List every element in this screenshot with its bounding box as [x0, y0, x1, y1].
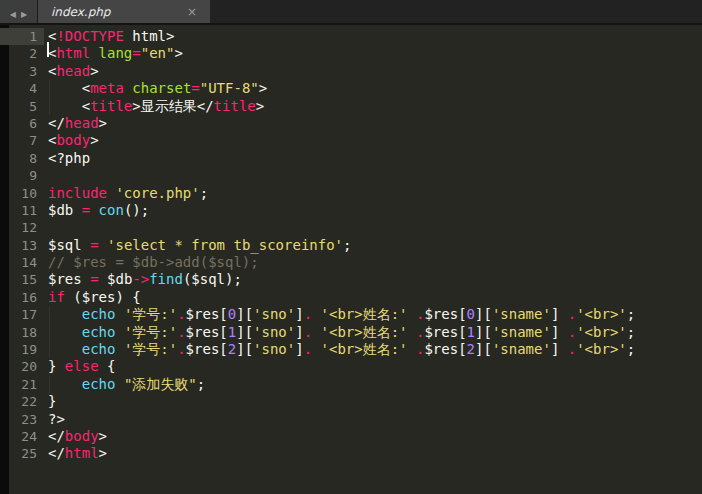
- code-token: lang: [90, 45, 132, 61]
- code-line[interactable]: 24</body>: [0, 428, 702, 445]
- code-token: .: [177, 324, 185, 340]
- code-line[interactable]: 9: [0, 167, 702, 184]
- code-token: title: [214, 98, 256, 114]
- code-token: ;: [197, 376, 205, 392]
- code-token: "en": [141, 45, 175, 61]
- code-token: [408, 341, 416, 357]
- code-line-text: <!DOCTYPE html>: [48, 28, 174, 45]
- code-line[interactable]: 4 <meta charset="UTF-8">: [0, 80, 702, 97]
- line-number: 16: [0, 289, 44, 306]
- code-line-text: }: [48, 393, 56, 410]
- code-token: >: [256, 98, 264, 114]
- code-line-text: $res = $db->find($sql);: [48, 271, 242, 288]
- code-token: ->: [132, 271, 149, 287]
- code-line[interactable]: 3<head>: [0, 63, 702, 80]
- code-line[interactable]: 16if ($res) {: [0, 289, 702, 306]
- code-line[interactable]: 19 echo '学号:'.$res[2]['sno']. '<br>姓名:' …: [0, 341, 702, 358]
- code-line[interactable]: 10include 'core.php';: [0, 185, 702, 202]
- code-token: $res[: [424, 306, 466, 322]
- code-token: [312, 341, 320, 357]
- code-line[interactable]: 15$res = $db->find($sql);: [0, 271, 702, 288]
- code-token: ]: [295, 324, 303, 340]
- back-arrow-icon: ◀: [10, 10, 16, 19]
- code-token: // $res = $db->add($sql);: [48, 254, 259, 270]
- code-token: ($res) {: [65, 289, 141, 305]
- line-number: 15: [0, 271, 44, 288]
- code-token: echo: [82, 341, 116, 357]
- code-token: else: [65, 358, 99, 374]
- code-line[interactable]: 8<?php: [0, 150, 702, 167]
- code-token: html>: [124, 28, 175, 44]
- code-line[interactable]: 2<html lang="en">: [0, 45, 702, 62]
- code-token: [48, 324, 82, 340]
- code-token: $res[: [186, 341, 228, 357]
- code-line-text: echo '学号:'.$res[2]['sno']. '<br>姓名:' .$r…: [48, 341, 635, 358]
- code-token: >: [99, 115, 107, 131]
- code-line[interactable]: 1<!DOCTYPE html>: [0, 28, 702, 45]
- code-token: $sql: [48, 237, 90, 253]
- code-line[interactable]: 6</head>: [0, 115, 702, 132]
- code-line[interactable]: 23?>: [0, 411, 702, 428]
- code-token: title: [90, 98, 132, 114]
- code-line[interactable]: 20} else {: [0, 358, 702, 375]
- line-number: 14: [0, 254, 44, 271]
- code-line[interactable]: 25</html>: [0, 445, 702, 462]
- code-line[interactable]: 21 echo "添加失败";: [0, 376, 702, 393]
- tab-close-icon[interactable]: ×: [187, 6, 197, 18]
- code-line[interactable]: 18 echo '学号:'.$res[1]['sno']. '<br>姓名:' …: [0, 324, 702, 341]
- code-token: ;: [343, 237, 351, 253]
- editor-window: ◀ ▶ index.php × 1<!DOCTYPE html>2<html l…: [0, 0, 702, 494]
- code-token: >显示结果</: [132, 98, 213, 114]
- code-token: [408, 324, 416, 340]
- code-line[interactable]: 12: [0, 219, 702, 236]
- code-token: 2: [228, 341, 236, 357]
- code-line[interactable]: 7<body>: [0, 132, 702, 149]
- code-token: ;: [627, 324, 635, 340]
- code-area[interactable]: 1<!DOCTYPE html>2<html lang="en">3<head>…: [0, 25, 702, 463]
- code-token: [99, 237, 107, 253]
- line-number: 24: [0, 428, 44, 445]
- code-token: $db: [99, 271, 133, 287]
- code-token: >: [174, 45, 182, 61]
- code-token: ][: [236, 341, 253, 357]
- code-line-text: <body>: [48, 132, 99, 149]
- tab-index-php[interactable]: index.php ×: [38, 0, 210, 23]
- code-token: find: [149, 271, 183, 287]
- code-line[interactable]: 13$sql = 'select * from tb_scoreinfo';: [0, 237, 702, 254]
- code-token: ][: [236, 324, 253, 340]
- code-line-text: echo '学号:'.$res[0]['sno']. '<br>姓名:' .$r…: [48, 306, 635, 323]
- code-line[interactable]: 22}: [0, 393, 702, 410]
- nav-forward-button[interactable]: ▶: [21, 4, 27, 20]
- line-number: 10: [0, 185, 44, 202]
- code-line-text: } else {: [48, 358, 115, 375]
- code-line[interactable]: 11$db = con();: [0, 202, 702, 219]
- code-token: <: [48, 80, 90, 96]
- code-token: .: [568, 324, 576, 340]
- code-token: </: [48, 428, 65, 444]
- code-line[interactable]: 17 echo '学号:'.$res[0]['sno']. '<br>姓名:' …: [0, 306, 702, 323]
- code-token: "添加失败": [124, 376, 197, 392]
- code-token: 'sno': [253, 306, 295, 322]
- code-token: 'sname': [492, 324, 551, 340]
- code-token: ]: [551, 306, 568, 322]
- code-token: .: [304, 306, 312, 322]
- code-token: charset: [124, 80, 191, 96]
- code-token: head: [65, 115, 99, 131]
- code-line-text: <meta charset="UTF-8">: [48, 80, 267, 97]
- code-token: ;: [627, 306, 635, 322]
- code-token: '学号:': [124, 341, 177, 357]
- line-number: 12: [0, 219, 44, 236]
- code-token: echo: [82, 306, 116, 322]
- code-line[interactable]: 5 <title>显示结果</title>: [0, 98, 702, 115]
- code-token: .: [177, 306, 185, 322]
- code-token: "UTF-8": [200, 80, 259, 96]
- code-token: '<br>姓名:': [321, 324, 408, 340]
- code-token: 'sname': [492, 306, 551, 322]
- line-number: 5: [0, 98, 44, 115]
- line-number: 2: [0, 45, 44, 62]
- code-token: '<br>': [576, 306, 627, 322]
- code-line[interactable]: 14// $res = $db->add($sql);: [0, 254, 702, 271]
- code-token: '学号:': [124, 324, 177, 340]
- line-number: 13: [0, 237, 44, 254]
- nav-back-button[interactable]: ◀: [10, 4, 16, 20]
